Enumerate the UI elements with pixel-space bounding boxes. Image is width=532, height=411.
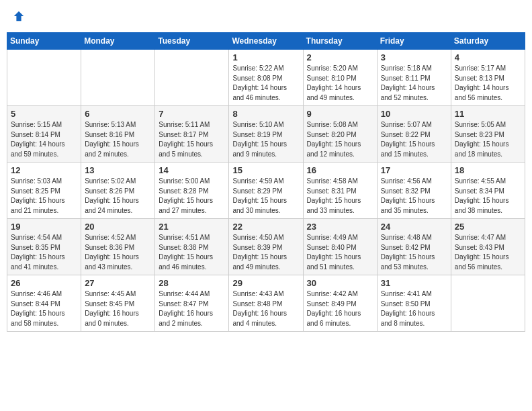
calendar-day-cell: 24Sunrise: 4:48 AM Sunset: 8:42 PM Dayli… [377, 219, 451, 275]
day-of-week-header: Monday [81, 33, 155, 50]
day-number: 7 [159, 109, 225, 119]
calendar-day-cell: 15Sunrise: 4:59 AM Sunset: 8:29 PM Dayli… [229, 163, 303, 219]
calendar-day-cell: 21Sunrise: 4:51 AM Sunset: 8:38 PM Dayli… [155, 219, 229, 275]
day-info: Sunrise: 5:17 AM Sunset: 8:13 PM Dayligh… [455, 64, 521, 103]
day-number: 24 [381, 222, 447, 232]
day-number: 26 [11, 278, 77, 288]
day-info: Sunrise: 5:13 AM Sunset: 8:16 PM Dayligh… [85, 120, 151, 159]
day-number: 28 [159, 278, 225, 288]
calendar-day-cell: 16Sunrise: 4:58 AM Sunset: 8:31 PM Dayli… [303, 163, 377, 219]
day-number: 15 [232, 165, 299, 175]
day-info: Sunrise: 4:45 AM Sunset: 8:45 PM Dayligh… [85, 289, 151, 328]
day-info: Sunrise: 4:56 AM Sunset: 8:32 PM Dayligh… [381, 177, 447, 216]
day-number: 9 [307, 109, 373, 119]
day-number: 22 [232, 222, 299, 232]
calendar-day-cell: 20Sunrise: 4:52 AM Sunset: 8:36 PM Dayli… [81, 219, 155, 275]
calendar-day-cell: 17Sunrise: 4:56 AM Sunset: 8:32 PM Dayli… [377, 163, 451, 219]
day-info: Sunrise: 5:18 AM Sunset: 8:11 PM Dayligh… [381, 64, 447, 103]
day-number: 2 [307, 52, 373, 62]
day-number: 10 [381, 109, 447, 119]
calendar-day-cell: 14Sunrise: 5:00 AM Sunset: 8:28 PM Dayli… [155, 163, 229, 219]
day-info: Sunrise: 4:55 AM Sunset: 8:34 PM Dayligh… [455, 177, 521, 216]
calendar-header-row: SundayMondayTuesdayWednesdayThursdayFrid… [7, 33, 525, 50]
day-number: 16 [307, 165, 373, 175]
calendar-day-cell: 10Sunrise: 5:07 AM Sunset: 8:22 PM Dayli… [377, 106, 451, 163]
calendar-week-row: 1Sunrise: 5:22 AM Sunset: 8:08 PM Daylig… [7, 50, 525, 106]
day-info: Sunrise: 5:11 AM Sunset: 8:17 PM Dayligh… [159, 120, 225, 159]
calendar-day-cell: 2Sunrise: 5:20 AM Sunset: 8:10 PM Daylig… [303, 50, 377, 106]
day-number: 5 [11, 109, 77, 119]
calendar-day-cell: 6Sunrise: 5:13 AM Sunset: 8:16 PM Daylig… [81, 106, 155, 163]
calendar-day-cell: 27Sunrise: 4:45 AM Sunset: 8:45 PM Dayli… [81, 275, 155, 332]
day-of-week-header: Tuesday [155, 33, 229, 50]
calendar-week-row: 19Sunrise: 4:54 AM Sunset: 8:35 PM Dayli… [7, 219, 525, 275]
calendar: SundayMondayTuesdayWednesdayThursdayFrid… [7, 32, 525, 332]
calendar-day-cell [81, 50, 155, 106]
day-number: 25 [455, 222, 521, 232]
day-of-week-header: Friday [377, 33, 451, 50]
calendar-day-cell: 3Sunrise: 5:18 AM Sunset: 8:11 PM Daylig… [377, 50, 451, 106]
logo-icon [13, 10, 25, 22]
day-info: Sunrise: 4:54 AM Sunset: 8:35 PM Dayligh… [11, 233, 77, 272]
day-info: Sunrise: 4:44 AM Sunset: 8:47 PM Dayligh… [159, 289, 225, 328]
calendar-day-cell: 8Sunrise: 5:10 AM Sunset: 8:19 PM Daylig… [229, 106, 303, 163]
header [7, 7, 525, 27]
calendar-day-cell: 9Sunrise: 5:08 AM Sunset: 8:20 PM Daylig… [303, 106, 377, 163]
calendar-day-cell: 18Sunrise: 4:55 AM Sunset: 8:34 PM Dayli… [451, 163, 525, 219]
calendar-day-cell [451, 275, 525, 332]
day-info: Sunrise: 4:58 AM Sunset: 8:31 PM Dayligh… [307, 177, 373, 216]
day-number: 6 [85, 109, 151, 119]
day-info: Sunrise: 4:42 AM Sunset: 8:49 PM Dayligh… [307, 289, 373, 328]
day-number: 21 [159, 222, 225, 232]
day-info: Sunrise: 5:08 AM Sunset: 8:20 PM Dayligh… [307, 120, 373, 159]
day-number: 14 [159, 165, 225, 175]
day-info: Sunrise: 5:22 AM Sunset: 8:08 PM Dayligh… [232, 64, 299, 103]
day-info: Sunrise: 4:59 AM Sunset: 8:29 PM Dayligh… [232, 177, 299, 216]
day-number: 4 [455, 52, 521, 62]
calendar-day-cell: 4Sunrise: 5:17 AM Sunset: 8:13 PM Daylig… [451, 50, 525, 106]
calendar-day-cell: 28Sunrise: 4:44 AM Sunset: 8:47 PM Dayli… [155, 275, 229, 332]
day-number: 8 [232, 109, 299, 119]
calendar-day-cell: 13Sunrise: 5:02 AM Sunset: 8:26 PM Dayli… [81, 163, 155, 219]
day-number: 3 [381, 52, 447, 62]
day-number: 30 [307, 278, 373, 288]
day-info: Sunrise: 4:41 AM Sunset: 8:50 PM Dayligh… [381, 289, 447, 328]
day-info: Sunrise: 5:10 AM Sunset: 8:19 PM Dayligh… [232, 120, 299, 159]
svg-marker-0 [14, 11, 24, 21]
calendar-day-cell: 12Sunrise: 5:03 AM Sunset: 8:25 PM Dayli… [7, 163, 81, 219]
day-number: 18 [455, 165, 521, 175]
day-info: Sunrise: 4:49 AM Sunset: 8:40 PM Dayligh… [307, 233, 373, 272]
day-info: Sunrise: 4:48 AM Sunset: 8:42 PM Dayligh… [381, 233, 447, 272]
calendar-day-cell: 22Sunrise: 4:50 AM Sunset: 8:39 PM Dayli… [229, 219, 303, 275]
day-number: 31 [381, 278, 447, 288]
day-of-week-header: Sunday [7, 33, 81, 50]
calendar-week-row: 26Sunrise: 4:46 AM Sunset: 8:44 PM Dayli… [7, 275, 525, 332]
day-info: Sunrise: 4:51 AM Sunset: 8:38 PM Dayligh… [159, 233, 225, 272]
day-info: Sunrise: 5:03 AM Sunset: 8:25 PM Dayligh… [11, 177, 77, 216]
day-info: Sunrise: 5:20 AM Sunset: 8:10 PM Dayligh… [307, 64, 373, 103]
calendar-day-cell: 26Sunrise: 4:46 AM Sunset: 8:44 PM Dayli… [7, 275, 81, 332]
calendar-day-cell: 11Sunrise: 5:05 AM Sunset: 8:23 PM Dayli… [451, 106, 525, 163]
day-info: Sunrise: 5:02 AM Sunset: 8:26 PM Dayligh… [85, 177, 151, 216]
day-info: Sunrise: 5:15 AM Sunset: 8:14 PM Dayligh… [11, 120, 77, 159]
logo [12, 9, 25, 24]
day-number: 27 [85, 278, 151, 288]
day-info: Sunrise: 5:07 AM Sunset: 8:22 PM Dayligh… [381, 120, 447, 159]
calendar-day-cell: 19Sunrise: 4:54 AM Sunset: 8:35 PM Dayli… [7, 219, 81, 275]
calendar-day-cell: 23Sunrise: 4:49 AM Sunset: 8:40 PM Dayli… [303, 219, 377, 275]
day-of-week-header: Thursday [303, 33, 377, 50]
day-number: 12 [11, 165, 77, 175]
day-info: Sunrise: 5:00 AM Sunset: 8:28 PM Dayligh… [159, 177, 225, 216]
day-info: Sunrise: 4:50 AM Sunset: 8:39 PM Dayligh… [232, 233, 299, 272]
day-number: 11 [455, 109, 521, 119]
day-number: 20 [85, 222, 151, 232]
calendar-day-cell [155, 50, 229, 106]
calendar-day-cell: 30Sunrise: 4:42 AM Sunset: 8:49 PM Dayli… [303, 275, 377, 332]
day-info: Sunrise: 5:05 AM Sunset: 8:23 PM Dayligh… [455, 120, 521, 159]
day-number: 13 [85, 165, 151, 175]
day-info: Sunrise: 4:47 AM Sunset: 8:43 PM Dayligh… [455, 233, 521, 272]
day-number: 1 [232, 52, 299, 62]
calendar-day-cell: 5Sunrise: 5:15 AM Sunset: 8:14 PM Daylig… [7, 106, 81, 163]
day-number: 19 [11, 222, 77, 232]
day-info: Sunrise: 4:46 AM Sunset: 8:44 PM Dayligh… [11, 289, 77, 328]
